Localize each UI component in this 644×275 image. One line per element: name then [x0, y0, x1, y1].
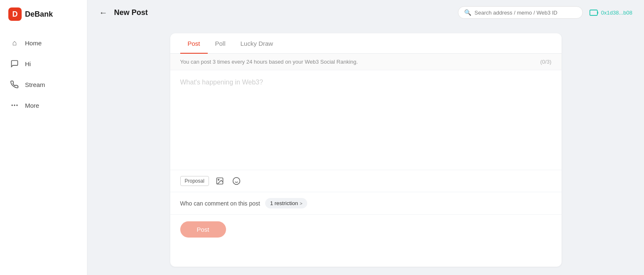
tab-bar: Post Poll Lucky Draw: [170, 33, 562, 54]
svg-point-1: [17, 105, 17, 106]
post-button-area: Post: [170, 215, 562, 244]
post-card: Post Poll Lucky Draw You can post 3 time…: [170, 33, 562, 267]
comment-label: Who can comment on this post: [180, 200, 260, 207]
svg-point-7: [233, 178, 240, 185]
logo-icon: D: [8, 7, 22, 21]
stream-icon: [10, 80, 19, 89]
logo[interactable]: D DeBank: [0, 0, 87, 28]
search-input[interactable]: [475, 10, 566, 16]
comment-restriction-row: Who can comment on this post 1 restricti…: [170, 192, 562, 215]
sidebar-item-more[interactable]: More: [0, 95, 87, 116]
svg-rect-3: [590, 10, 597, 15]
svg-point-2: [12, 105, 12, 106]
textarea-area: [170, 70, 562, 170]
emoji-icon[interactable]: [231, 175, 242, 187]
svg-point-4: [597, 12, 598, 13]
info-text: You can post 3 times every 24 hours base…: [180, 59, 358, 65]
svg-point-6: [218, 179, 219, 181]
topbar: ← New Post 🔍 0x1d38...b08: [87, 0, 644, 25]
sidebar-item-hi-label: Hi: [25, 60, 31, 67]
tab-lucky-draw[interactable]: Lucky Draw: [233, 33, 281, 54]
sidebar-nav: ⌂ Home Hi Stream More: [0, 28, 87, 275]
page-title: New Post: [114, 8, 148, 17]
search-icon: 🔍: [464, 9, 471, 16]
sidebar-item-more-label: More: [25, 102, 39, 109]
back-arrow-icon: ←: [99, 8, 107, 17]
sidebar-item-home-label: Home: [25, 40, 42, 47]
logo-text: DeBank: [25, 10, 53, 19]
restriction-label: 1 restriction: [270, 200, 298, 206]
image-icon[interactable]: [214, 175, 226, 187]
search-bar: 🔍: [458, 6, 583, 19]
more-icon: [10, 101, 19, 110]
sidebar-item-home[interactable]: ⌂ Home: [0, 32, 87, 53]
wallet-address: 0x1d38...b08: [601, 10, 632, 16]
back-button[interactable]: ←: [99, 8, 107, 17]
info-bar: You can post 3 times every 24 hours base…: [170, 54, 562, 70]
restriction-button[interactable]: 1 restriction >: [265, 198, 308, 208]
sidebar-item-hi[interactable]: Hi: [0, 53, 87, 74]
wallet-icon: [589, 9, 599, 16]
chat-icon: [10, 59, 19, 68]
home-icon: ⌂: [10, 38, 19, 47]
sidebar: D DeBank ⌂ Home Hi Stream More: [0, 0, 87, 275]
svg-point-0: [14, 105, 15, 106]
post-textarea[interactable]: [180, 79, 552, 154]
sidebar-item-stream[interactable]: Stream: [0, 74, 87, 95]
wallet-button[interactable]: 0x1d38...b08: [589, 9, 632, 16]
post-count: (0/3): [540, 59, 552, 65]
tab-post[interactable]: Post: [180, 33, 208, 54]
content-area: Post Poll Lucky Draw You can post 3 time…: [87, 25, 644, 275]
tab-poll[interactable]: Poll: [208, 33, 233, 54]
chevron-right-icon: >: [300, 201, 302, 206]
post-toolbar: Proposal: [170, 170, 562, 192]
main-content: ← New Post 🔍 0x1d38...b08 Post Poll: [87, 0, 644, 275]
post-button[interactable]: Post: [180, 221, 226, 238]
sidebar-item-stream-label: Stream: [25, 81, 45, 88]
proposal-button[interactable]: Proposal: [180, 176, 209, 186]
